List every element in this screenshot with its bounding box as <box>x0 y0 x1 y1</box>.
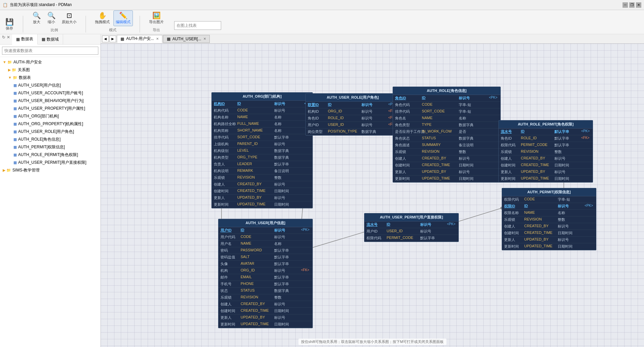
canvas-tab-0-label: AUTH-用户安... <box>126 36 154 42</box>
sidebar-item-auth_role角色信息[interactable]: ▦ AUTH_ROLE[角色信息] <box>0 136 100 143</box>
sidebar-item-auth_role_permit角色权限[interactable]: ▦ AUTH_ROLE_PERMIT[角色权限] <box>0 151 100 159</box>
drag-icon: ✋ <box>98 12 107 19</box>
table-icon: ▦ <box>13 153 17 157</box>
sidebar-item-auth_user_behavior用户行为[interactable]: ▦ AUTH_USER_BEHAVIOR[用户行为] <box>0 97 100 105</box>
table-auth-user-role[interactable]: AUTH_USER_ROLE[用户角色] 联置ID ID 标识号 <PK> 机构… <box>305 93 400 136</box>
table-icon: ▦ <box>13 122 17 126</box>
canvas-tab-0-icon: ▦ <box>120 37 124 41</box>
canvas-tab-1-icon: ▦ <box>167 37 170 41</box>
toolbar-scale-group: 🔍 放大 🔍 缩小 ⊡ 原始大小 比例 <box>30 10 79 33</box>
sidebar-item-auth_user用户信息[interactable]: ▦ AUTH_USER[用户信息] <box>0 82 100 89</box>
canvas-nav-left[interactable]: ◀ <box>102 36 109 42</box>
sidebar-item-sims-教学管理[interactable]: ▶ 📁 SIMS-教学管理 <box>0 166 100 174</box>
sidebar-item-auth-用户安全[interactable]: ▼ 📁 AUTH-用户安全 <box>0 58 100 66</box>
zoom-reset-button[interactable]: ⊡ 原始大小 <box>59 10 79 26</box>
table-auth-user-header: AUTH_USER[用户信息] <box>218 219 312 227</box>
main-area: ↻ ✕ ▦ 数据表 ▦ 数据域 ▼ 📁 AUTH-用户安全▶ 📁 关系图▼ 📁 … <box>0 34 644 347</box>
table-auth-user-role-header: AUTH_USER_ROLE[用户角色] <box>306 94 400 102</box>
folder-open-icon: ▼ 📁 <box>3 60 12 64</box>
table-icon: ▦ <box>13 114 17 118</box>
canvas-tab-0[interactable]: ▦ AUTH-用户安... ✕ <box>117 35 162 43</box>
edit-mode-button[interactable]: ✏️ 编辑模式 <box>113 10 133 26</box>
title-bar: 📋 当前为演示项目:standard - PDMan ─ ❐ ✕ <box>0 0 644 10</box>
sidebar-item-auth_user_permit用户直接权限[interactable]: ▦ AUTH_USER_PERMIT[用户直接权限] <box>0 159 100 166</box>
table-icon: ▦ <box>13 145 17 149</box>
export-image-button[interactable]: 🖼️ 导出图片 <box>147 10 166 26</box>
zoom-in-icon: 🔍 <box>33 12 41 19</box>
table-auth-role[interactable]: AUTH_ROLE[角色信息] 角色ID ID 标识号 <PK> 角色代码COD… <box>393 87 501 183</box>
title-bar-controls: ─ ❐ ✕ <box>623 2 641 8</box>
refresh-button[interactable]: ↻ <box>2 35 5 44</box>
toolbar-divider-1 <box>23 16 23 33</box>
field-tab-icon: ▦ <box>42 37 45 42</box>
toolbar: 💾 保存 🔍 放大 🔍 缩小 ⊡ 原始大小 比例 ✋ <box>0 10 644 34</box>
toolbar-export-group: 🖼️ 导出图片 导出 <box>147 10 166 33</box>
sidebar-tabs: ↻ ✕ ▦ 数据表 ▦ 数据域 <box>0 34 100 45</box>
sidebar-item-数据表[interactable]: ▼ 📁 数据表 <box>0 74 100 82</box>
zoom-reset-icon: ⊡ <box>66 12 72 19</box>
app-icon: 📋 <box>3 3 8 7</box>
toolbar-search-area <box>174 21 221 33</box>
toolbar-divider-2 <box>86 16 86 33</box>
canvas-tab-1[interactable]: ▦ AUTH_USER[... ✕ <box>163 35 210 43</box>
canvas-tabs-bar: ◀ ▶ ▦ AUTH-用户安... ✕ ▦ AUTH_USER[... ✕ <box>101 34 644 44</box>
tab-field[interactable]: ▦ 数据域 <box>38 34 63 44</box>
minimize-button[interactable]: ─ <box>623 2 628 8</box>
restore-button[interactable]: ❐ <box>629 2 635 8</box>
table-auth-role-permit-header: AUTH_ROLE_PERMIT[角色权限] <box>499 120 593 129</box>
table-auth-user[interactable]: AUTH_USER[用户信息] 用户ID ID 标识号 <PK> 用户代码COD… <box>218 219 313 328</box>
canvas-search-input[interactable] <box>174 21 221 30</box>
table-auth-role-header: AUTH_ROLE[角色信息] <box>393 87 500 95</box>
sidebar-item-auth_user_property用户属性[interactable]: ▦ AUTH_USER_PROPERTY[用户属性] <box>0 105 100 112</box>
sidebar: ↻ ✕ ▦ 数据表 ▦ 数据域 ▼ 📁 AUTH-用户安全▶ 📁 关系图▼ 📁 … <box>0 34 101 347</box>
title-bar-left: 📋 当前为演示项目:standard - PDMan <box>3 2 72 8</box>
sidebar-item-auth_org_property机构属性[interactable]: ▦ AUTH_ORG_PROPERTY[机构属性] <box>0 120 100 128</box>
canvas-nav-right[interactable]: ▶ <box>109 36 116 42</box>
canvas-tab-0-close[interactable]: ✕ <box>156 37 159 41</box>
save-icon: 💾 <box>5 18 14 25</box>
table-tab-icon: ▦ <box>16 37 20 42</box>
canvas-tab-1-close[interactable]: ✕ <box>203 37 206 41</box>
app-title: 当前为演示项目:standard - PDMan <box>10 2 72 8</box>
folder-closed-icon: ▶ 📁 <box>8 68 16 72</box>
zoom-out-button[interactable]: 🔍 缩小 <box>45 10 58 26</box>
table-icon: ▦ <box>13 160 17 165</box>
tab-table[interactable]: ▦ 数据表 <box>12 34 38 45</box>
table-auth-permit-header: AUTH_PERMIT[权限信息] <box>502 188 596 196</box>
folder-closed-icon: ▶ 📁 <box>3 168 11 172</box>
export-icon: 🖼️ <box>152 12 161 19</box>
sidebar-search-area <box>0 45 100 57</box>
folder-open-icon: ▼ 📁 <box>8 76 17 80</box>
table-icon: ▦ <box>13 137 17 142</box>
canvas-area: ◀ ▶ ▦ AUTH-用户安... ✕ ▦ AUTH_USER[... ✕ 放大… <box>101 34 644 347</box>
sidebar-refresh-controls: ↻ ✕ <box>0 34 12 44</box>
sidebar-item-auth_user_account用户账号[interactable]: ▦ AUTH_USER_ACCOUNT[用户账号] <box>0 89 100 97</box>
table-icon: ▦ <box>13 83 17 88</box>
table-auth-role-permit[interactable]: AUTH_ROLE_PERMIT[角色权限] 流水号 ID 默认字串 <PK> … <box>498 120 593 183</box>
sidebar-tree: ▼ 📁 AUTH-用户安全▶ 📁 关系图▼ 📁 数据表▦ AUTH_USER[用… <box>0 57 100 347</box>
canvas-content[interactable]: AUTH_ORG[部门|机构] 机构ID ID 标识号 <PK> 机构代码COD… <box>101 44 644 347</box>
sidebar-item-auth_user_role用户角色[interactable]: ▦ AUTH_USER_ROLE[用户角色] <box>0 128 100 136</box>
toolbar-divider-3 <box>140 16 140 33</box>
zoom-in-button[interactable]: 🔍 放大 <box>30 10 43 26</box>
sidebar-close-button[interactable]: ✕ <box>7 35 10 44</box>
zoom-out-icon: 🔍 <box>47 12 56 19</box>
sidebar-item-auth_org部门机构[interactable]: ▦ AUTH_ORG[部门机构] <box>0 112 100 120</box>
toolbar-file-group: 💾 保存 <box>3 17 16 33</box>
sidebar-search-input[interactable] <box>2 47 98 55</box>
sidebar-item-关系图[interactable]: ▶ 📁 关系图 <box>0 66 100 74</box>
table-auth-org[interactable]: AUTH_ORG[部门|机构] 机构ID ID 标识号 <PK> 机构代码COD… <box>211 92 313 208</box>
drag-mode-button[interactable]: ✋ 拖拽模式 <box>93 10 112 26</box>
table-auth-permit[interactable]: AUTH_PERMIT[权限信息] 权限代码CODE字串-短 权限ID ID 标… <box>502 188 596 250</box>
close-button[interactable]: ✕ <box>636 2 641 8</box>
canvas-tab-1-label: AUTH_USER[... <box>172 37 201 41</box>
bottom-hint: 按住shift可拖动关系用；双击鼠标可放大缩小关系系图；按下M可打开或关闭关系图… <box>298 339 446 345</box>
edit-icon: ✏️ <box>119 12 128 19</box>
table-icon: ▦ <box>13 130 17 134</box>
table-auth-user-permit[interactable]: AUTH_USER_PERMIT[用户直接权限] 流水号 ID 标识号 <PK>… <box>364 213 459 242</box>
table-icon: ▦ <box>13 99 17 103</box>
table-icon: ▦ <box>13 91 17 95</box>
sidebar-item-auth_permit权限信息[interactable]: ▦ AUTH_PERMIT[权限信息] <box>0 143 100 151</box>
save-button[interactable]: 💾 保存 <box>3 17 16 33</box>
table-auth-user-permit-header: AUTH_USER_PERMIT[用户直接权限] <box>364 213 458 221</box>
